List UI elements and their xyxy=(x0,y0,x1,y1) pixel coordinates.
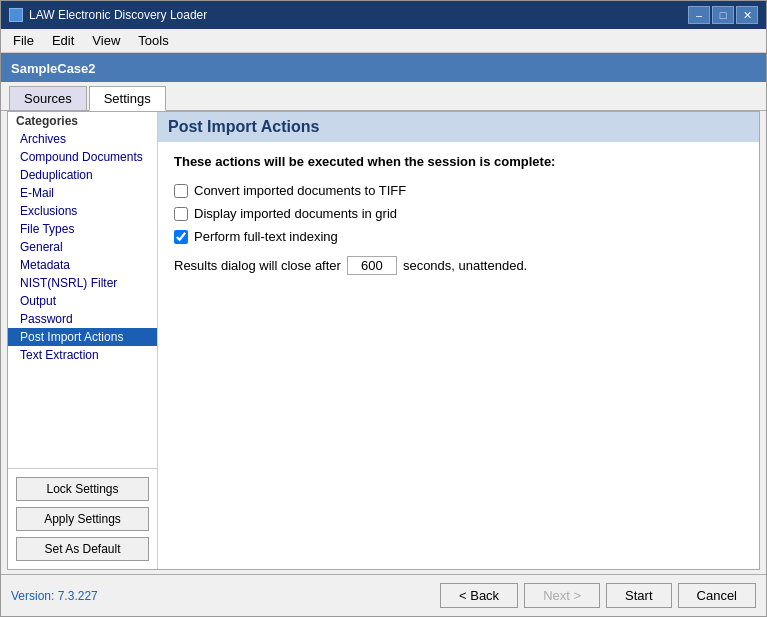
title-bar-left: LAW Electronic Discovery Loader xyxy=(9,8,207,22)
checkbox-tiff[interactable] xyxy=(174,184,188,198)
sidebar-item-nist-filter[interactable]: NIST(NSRL) Filter xyxy=(8,274,157,292)
close-button[interactable]: ✕ xyxy=(736,6,758,24)
sidebar-item-output[interactable]: Output xyxy=(8,292,157,310)
title-bar-text: LAW Electronic Discovery Loader xyxy=(29,8,207,22)
cancel-button[interactable]: Cancel xyxy=(678,583,756,608)
case-header: SampleCase2 xyxy=(1,53,766,82)
title-bar: LAW Electronic Discovery Loader – □ ✕ xyxy=(1,1,766,29)
tabs: Sources Settings xyxy=(1,82,766,111)
minimize-button[interactable]: – xyxy=(688,6,710,24)
set-as-default-button[interactable]: Set As Default xyxy=(16,537,149,561)
tab-settings[interactable]: Settings xyxy=(89,86,166,111)
apply-settings-button[interactable]: Apply Settings xyxy=(16,507,149,531)
sidebar-item-metadata[interactable]: Metadata xyxy=(8,256,157,274)
checkbox-grid[interactable] xyxy=(174,207,188,221)
menu-file[interactable]: File xyxy=(5,31,42,50)
sidebar-item-file-types[interactable]: File Types xyxy=(8,220,157,238)
menu-edit[interactable]: Edit xyxy=(44,31,82,50)
results-seconds-input[interactable] xyxy=(347,256,397,275)
nav-buttons: < Back Next > Start Cancel xyxy=(440,583,756,608)
sidebar-item-deduplication[interactable]: Deduplication xyxy=(8,166,157,184)
version-label: Version: 7.3.227 xyxy=(11,589,98,603)
title-bar-controls: – □ ✕ xyxy=(688,6,758,24)
panel-title: Post Import Actions xyxy=(158,112,759,142)
sidebar-bottom: Lock Settings Apply Settings Set As Defa… xyxy=(8,468,157,569)
sidebar-item-email[interactable]: E-Mail xyxy=(8,184,157,202)
sidebar-item-text-extraction[interactable]: Text Extraction xyxy=(8,346,157,364)
main-area: Sources Settings Categories Archives Com… xyxy=(1,82,766,574)
start-button[interactable]: Start xyxy=(606,583,671,608)
sidebar-item-compound-documents[interactable]: Compound Documents xyxy=(8,148,157,166)
sidebar: Categories Archives Compound Documents D… xyxy=(8,112,158,569)
sidebar-category-label: Categories xyxy=(8,112,157,130)
bottom-bar: Version: 7.3.227 < Back Next > Start Can… xyxy=(1,574,766,616)
sidebar-item-password[interactable]: Password xyxy=(8,310,157,328)
sidebar-item-post-import-actions[interactable]: Post Import Actions xyxy=(8,328,157,346)
back-button[interactable]: < Back xyxy=(440,583,518,608)
main-panel: Post Import Actions These actions will b… xyxy=(158,112,759,569)
checkbox-fulltext[interactable] xyxy=(174,230,188,244)
results-prefix: Results dialog will close after xyxy=(174,258,341,273)
case-title: SampleCase2 xyxy=(11,61,96,76)
menu-view[interactable]: View xyxy=(84,31,128,50)
tab-sources[interactable]: Sources xyxy=(9,86,87,110)
lock-settings-button[interactable]: Lock Settings xyxy=(16,477,149,501)
main-window: LAW Electronic Discovery Loader – □ ✕ Fi… xyxy=(0,0,767,617)
sidebar-list: Categories Archives Compound Documents D… xyxy=(8,112,157,468)
content-area: Categories Archives Compound Documents D… xyxy=(7,111,760,570)
results-row: Results dialog will close after seconds,… xyxy=(174,256,743,275)
checkbox-label-tiff: Convert imported documents to TIFF xyxy=(194,183,406,198)
menu-bar: File Edit View Tools xyxy=(1,29,766,53)
sidebar-item-general[interactable]: General xyxy=(8,238,157,256)
app-icon xyxy=(9,8,23,22)
sidebar-item-archives[interactable]: Archives xyxy=(8,130,157,148)
maximize-button[interactable]: □ xyxy=(712,6,734,24)
menu-tools[interactable]: Tools xyxy=(130,31,176,50)
sidebar-item-exclusions[interactable]: Exclusions xyxy=(8,202,157,220)
checkbox-label-grid: Display imported documents in grid xyxy=(194,206,397,221)
checkbox-row-fulltext: Perform full-text indexing xyxy=(174,229,743,244)
results-suffix: seconds, unattended. xyxy=(403,258,527,273)
panel-description: These actions will be executed when the … xyxy=(174,154,743,169)
checkbox-row-tiff: Convert imported documents to TIFF xyxy=(174,183,743,198)
checkbox-row-grid: Display imported documents in grid xyxy=(174,206,743,221)
checkbox-label-fulltext: Perform full-text indexing xyxy=(194,229,338,244)
next-button[interactable]: Next > xyxy=(524,583,600,608)
